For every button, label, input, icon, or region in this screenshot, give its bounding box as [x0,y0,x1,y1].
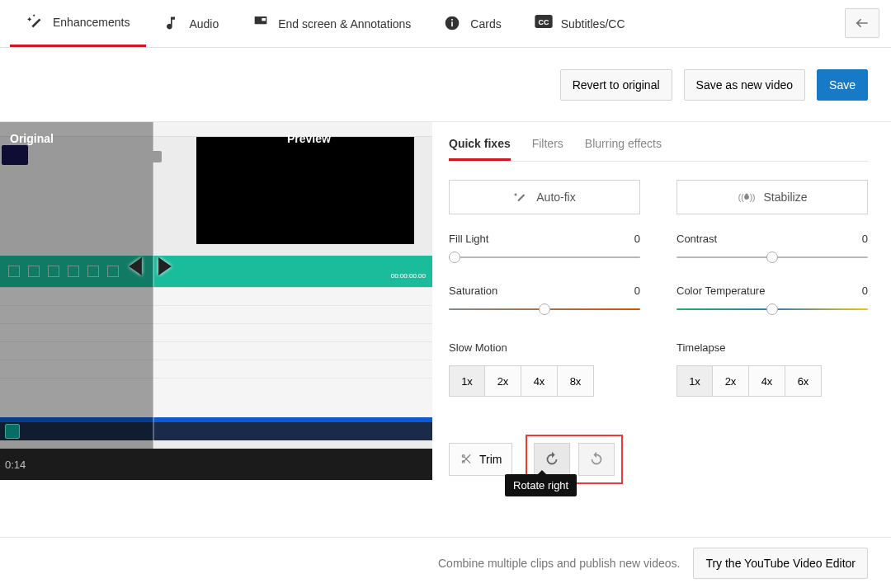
footer-hint: Combine multiple clips and publish new v… [438,557,680,570]
trim-label: Trim [479,453,502,466]
stabilize-button[interactable]: (( )) Stabilize [676,180,868,214]
music-note-icon [163,15,181,33]
save-as-new-button[interactable]: Save as new video [684,69,806,101]
contrast-label: Contrast [676,233,717,245]
fill-light-value: 0 [634,233,640,245]
wand-icon [26,13,45,31]
tab-label: Cards [470,17,501,31]
cc-icon: CC [535,15,553,33]
time-6x[interactable]: 6x [785,365,822,397]
subtabs: Quick fixes Filters Blurring effects [449,129,868,162]
revert-button[interactable]: Revert to original [560,69,672,101]
saturation-slider[interactable] [449,303,640,315]
wand-icon [513,190,528,205]
current-time: 0:14 [5,459,26,471]
svg-text:)): )) [749,193,755,202]
scissors-icon [460,453,473,466]
slow-motion-label: Slow Motion [449,341,640,354]
tab-label: Subtitles/CC [561,17,625,31]
controls-column: Quick fixes Filters Blurring effects Aut… [432,122,891,484]
tab-label: Enhancements [53,16,130,29]
time-2x[interactable]: 2x [713,365,749,397]
slow-8x[interactable]: 8x [558,365,594,397]
seek-arrows [128,257,172,275]
stabilize-icon: (( )) [738,190,756,205]
tab-endscreen[interactable]: End screen & Annotations [235,0,427,47]
save-button[interactable]: Save [817,69,868,101]
timelapse-group: Timelapse 1x 2x 4x 6x [676,341,868,397]
subtab-blurring[interactable]: Blurring effects [585,129,662,161]
timelapse-segment: 1x 2x 4x 6x [676,365,868,397]
saturation-label: Saturation [449,285,497,297]
tab-label: End screen & Annotations [278,17,411,31]
time-4x[interactable]: 4x [749,365,785,397]
endscreen-icon [252,15,270,33]
preview-column: 00:00:00.00 Original Preview 0:14 [0,122,432,484]
contrast-slider[interactable] [676,252,868,263]
tab-cards[interactable]: Cards [427,0,517,47]
footer-bar: Combine multiple clips and publish new v… [0,537,891,588]
trim-row: Trim Rotate right [449,435,868,484]
info-icon [444,15,462,33]
subtab-filters[interactable]: Filters [532,129,563,161]
color-temp-slider[interactable] [676,303,868,315]
preview-label: Preview [287,132,331,145]
tab-enhancements[interactable]: Enhancements [10,0,146,47]
time-bar: 0:14 [0,449,432,480]
seek-right-icon[interactable] [158,257,172,275]
slow-motion-group: Slow Motion 1x 2x 4x 8x [449,341,640,397]
contrast-group: Contrast 0 [676,233,868,263]
rotate-right-icon [543,450,561,468]
svg-point-9 [745,193,747,195]
main-area: 00:00:00.00 Original Preview 0:14 Quick … [0,122,891,484]
autofix-label: Auto-fix [536,191,575,204]
split-grip[interactable] [147,151,162,162]
color-temp-group: Color Temperature 0 [676,285,868,315]
rotate-left-icon [587,450,606,468]
slow-1x[interactable]: 1x [449,365,485,397]
svg-text:CC: CC [538,17,549,26]
svg-rect-4 [451,19,453,21]
tab-audio[interactable]: Audio [146,0,235,47]
color-temp-value: 0 [862,285,868,297]
autofix-button[interactable]: Auto-fix [449,180,640,214]
timelapse-label: Timelapse [676,341,868,354]
time-1x[interactable]: 1x [676,365,713,397]
try-video-editor-button[interactable]: Try the YouTube Video Editor [693,548,868,579]
subtab-quickfixes[interactable]: Quick fixes [449,129,511,161]
trim-button[interactable]: Trim [449,443,512,476]
rotate-tooltip: Rotate right [505,474,577,496]
fill-light-group: Fill Light 0 [449,233,640,263]
contrast-value: 0 [862,233,868,245]
tab-subtitles[interactable]: CC Subtitles/CC [518,0,642,47]
rotate-left-button[interactable] [578,443,615,476]
svg-rect-1 [262,18,266,21]
fill-light-slider[interactable] [449,252,640,263]
fill-light-label: Fill Light [449,233,488,245]
top-tabs: Enhancements Audio End screen & Annotati… [0,0,891,48]
back-button[interactable] [845,8,879,38]
back-arrow-icon [854,17,870,29]
stabilize-label: Stabilize [764,191,808,204]
preview-timecode: 00:00:00.00 [391,272,426,280]
saturation-value: 0 [634,285,640,297]
split-divider[interactable] [153,122,154,449]
slow-4x[interactable]: 4x [521,365,558,397]
saturation-group: Saturation 0 [449,285,640,315]
color-temp-label: Color Temperature [676,285,765,297]
svg-rect-3 [451,21,453,26]
original-label: Original [10,132,54,145]
slow-2x[interactable]: 2x [485,365,521,397]
seek-left-icon[interactable] [128,257,143,275]
video-preview[interactable]: 00:00:00.00 Original Preview [0,122,432,449]
action-bar: Revert to original Save as new video Sav… [0,48,891,122]
slow-motion-segment: 1x 2x 4x 8x [449,365,640,397]
svg-text:((: (( [738,193,743,202]
tab-label: Audio [189,17,219,31]
